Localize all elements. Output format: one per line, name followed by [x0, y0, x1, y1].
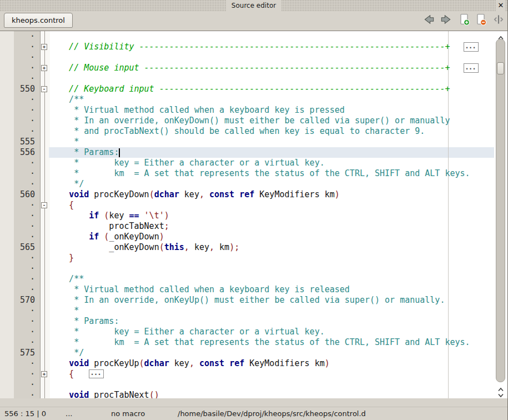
line-number: ·	[14, 369, 35, 379]
line-number: ·	[14, 31, 35, 42]
macro-status: no macro	[111, 407, 145, 420]
line-number: ·	[14, 232, 35, 242]
code-row[interactable]: · * In an override, onKeyDown() must eit…	[0, 116, 508, 126]
line-number: ·	[14, 221, 35, 232]
code-row[interactable]: ·+ // Visibility -----------------------…	[0, 42, 508, 52]
code-row[interactable]: · if (_onKeyDown)	[0, 232, 508, 242]
code-row[interactable]: 565 _onKeyDown(this, key, km);	[0, 242, 508, 253]
code-row[interactable]: 556 * Params:	[0, 147, 508, 158]
code-text: * In an override, onKeyDown() must eithe…	[49, 116, 450, 126]
line-number: ·	[14, 105, 35, 116]
fold-collapse-icon[interactable]: -	[41, 202, 47, 208]
code-rows: ··+ // Visibility ----------------------…	[0, 31, 508, 398]
line-number: ·	[14, 168, 35, 179]
code-text: {	[49, 369, 74, 379]
code-row[interactable]: 570 * In an override, onKeyUp() must eit…	[0, 295, 508, 306]
line-number: ·	[14, 179, 35, 189]
code-row[interactable]: ·	[0, 379, 508, 390]
code-row[interactable]: ·	[0, 31, 508, 42]
code-text: }	[49, 253, 74, 263]
collapsed-fold-box[interactable]: ...	[89, 369, 104, 378]
code-row[interactable]: · /**	[0, 94, 508, 105]
code-row[interactable]: ·	[0, 263, 508, 274]
back-button[interactable]	[423, 13, 436, 26]
line-number: 550	[14, 84, 35, 94]
code-row[interactable]: · *	[0, 306, 508, 316]
code-text: * key = Either a character or a virtual …	[49, 327, 325, 337]
line-number: ·	[14, 390, 35, 398]
code-row[interactable]: · */	[0, 179, 508, 189]
line-number: ·	[14, 73, 35, 84]
code-row[interactable]: · if (key == '\t')	[0, 211, 508, 221]
code-row[interactable]: ·+ // Mouse input ----------------------…	[0, 63, 508, 73]
collapsed-fold-box[interactable]: ...	[464, 63, 479, 73]
line-number: ·	[14, 253, 35, 263]
fold-expand-icon[interactable]: +	[41, 371, 47, 377]
code-row[interactable]: 560 void procKeyDown(dchar key, const re…	[0, 189, 508, 200]
collapsed-fold-box[interactable]: ...	[464, 42, 479, 52]
code-row[interactable]: 555 *	[0, 137, 508, 147]
line-number: ·	[14, 116, 35, 126]
splitter-icon	[492, 13, 505, 26]
code-row[interactable]: 550- // Keyboard input -----------------…	[0, 84, 508, 94]
code-row[interactable]: · procTabNext;	[0, 221, 508, 232]
fold-collapse-icon[interactable]: -	[41, 86, 47, 92]
horizontal-scrollbar[interactable]	[0, 398, 508, 407]
code-text: * km = A set that represents the status …	[49, 168, 470, 179]
status-panel-2: ...	[66, 407, 72, 420]
line-number: ·	[14, 358, 35, 369]
code-text: // Visibility --------------------------…	[49, 42, 450, 52]
code-row[interactable]: · * km = A set that represents the statu…	[0, 168, 508, 179]
code-text: // Keyboard input ----------------------…	[49, 84, 450, 94]
line-number: 560	[14, 189, 35, 200]
source-editor-window: Source editor ✕ kheops.control	[0, 0, 508, 420]
code-row[interactable]: · * Virtual method called when a keyboar…	[0, 105, 508, 116]
code-row[interactable]: 575 */	[0, 348, 508, 358]
code-text: * Params:	[49, 147, 119, 158]
line-number: 555	[14, 137, 35, 147]
new-document-button[interactable]	[457, 13, 471, 26]
line-number: ·	[14, 158, 35, 168]
code-text: */	[49, 179, 84, 189]
code-text: *	[49, 306, 79, 316]
code-row[interactable]: ·+ {...	[0, 369, 508, 379]
forward-arrow-icon	[439, 13, 452, 26]
line-number: ·	[14, 316, 35, 327]
line-number: ·	[14, 200, 35, 211]
code-text: * km = A set that represents the status …	[49, 337, 470, 348]
code-row[interactable]: · * key = Either a character or a virtua…	[0, 158, 508, 168]
code-row[interactable]: · /**	[0, 274, 508, 284]
document-add-icon	[457, 13, 471, 26]
close-document-button[interactable]	[474, 13, 487, 26]
code-row[interactable]: · }	[0, 253, 508, 263]
code-row[interactable]: · * Virtual method called when a keyboar…	[0, 284, 508, 295]
document-remove-icon	[474, 13, 487, 26]
code-text: * Params:	[49, 316, 119, 327]
code-text: procTabNext;	[49, 221, 169, 232]
forward-button[interactable]	[439, 13, 452, 26]
code-row[interactable]: · * and procTabNext() should be called w…	[0, 126, 508, 137]
text-caret	[119, 148, 120, 157]
code-row[interactable]: ·- {	[0, 200, 508, 211]
close-icon[interactable]: ✕	[496, 0, 505, 11]
code-row[interactable]: · * Params:	[0, 316, 508, 327]
code-text: /**	[49, 274, 84, 284]
code-row[interactable]: ·	[0, 73, 508, 84]
code-text: * In an override, onKeyUp() must either …	[49, 295, 445, 306]
window-title: Source editor	[226, 0, 281, 11]
code-row[interactable]: ·	[0, 52, 508, 63]
code-row[interactable]: · void procTabNext()	[0, 390, 508, 398]
code-row[interactable]: · * km = A set that represents the statu…	[0, 337, 508, 348]
line-number: ·	[14, 379, 35, 390]
code-row[interactable]: · * key = Either a character or a virtua…	[0, 327, 508, 337]
line-number: ·	[14, 306, 35, 316]
fold-expand-icon[interactable]: +	[41, 65, 47, 71]
code-text: void procKeyDown(dchar key, const ref Ke…	[49, 189, 340, 200]
fold-expand-icon[interactable]: +	[41, 44, 47, 50]
code-editor[interactable]: ··+ // Visibility ----------------------…	[0, 31, 508, 398]
split-view-button[interactable]	[492, 13, 505, 26]
tab-kheops-control[interactable]: kheops.control	[4, 13, 73, 28]
line-number: ·	[14, 126, 35, 137]
line-number: ·	[14, 274, 35, 284]
code-row[interactable]: · void procKeyUp(dchar key, const ref Ke…	[0, 358, 508, 369]
